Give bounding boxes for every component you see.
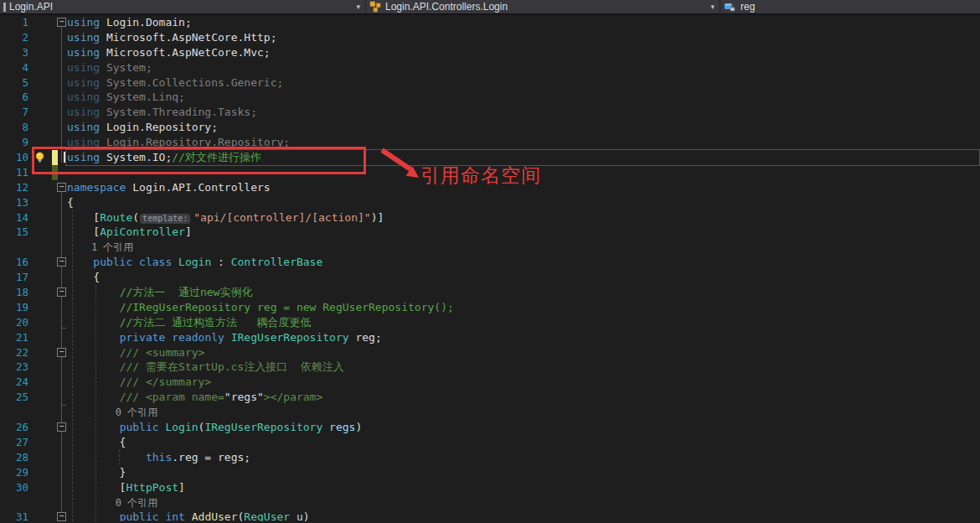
code-line[interactable]: 16− public class Login : ControllerBase: [0, 255, 980, 270]
collapse-icon[interactable]: −: [57, 183, 66, 192]
line-number[interactable]: 16: [0, 255, 28, 270]
codelens-text[interactable]: 0 个引用: [67, 405, 157, 421]
code-token: [67, 331, 120, 344]
collapse-icon[interactable]: −: [57, 348, 66, 357]
codelens-row[interactable]: 1 个引用: [0, 240, 980, 255]
line-number[interactable]: 14: [0, 210, 28, 225]
line-number[interactable]: 8: [0, 120, 28, 135]
code-token: using: [67, 76, 100, 89]
code-line[interactable]: 3using Microsoft.AspNetCore.Mvc;: [0, 45, 980, 60]
line-number[interactable]: 10: [0, 150, 28, 165]
line-number[interactable]: 31: [0, 510, 28, 521]
collapse-icon[interactable]: −: [57, 512, 66, 521]
code-line[interactable]: 14 [Route(template:"api/[controller]/[ac…: [0, 210, 980, 225]
code-line[interactable]: 25 /// <param name="regs"></param>: [0, 390, 980, 405]
chevron-down-icon[interactable]: ▾: [710, 3, 714, 11]
code-line[interactable]: 23 /// 需要在StartUp.cs注入接口 依赖注入: [0, 360, 980, 375]
collapse-icon[interactable]: −: [57, 18, 66, 27]
line-number[interactable]: 2: [0, 30, 28, 45]
codelens-text[interactable]: 1 个引用: [67, 240, 133, 256]
code-text: //IRegUserRepository reg = new RegUserRe…: [67, 300, 454, 315]
line-number[interactable]: 24: [0, 375, 28, 390]
type-dropdown[interactable]: Login.API.Controllers.Login ▾: [366, 0, 720, 13]
code-token: using: [67, 46, 100, 59]
chevron-down-icon[interactable]: ▾: [356, 3, 360, 11]
code-token: System.Threading.Tasks;: [100, 106, 257, 118]
code-editor[interactable]: 1−using Login.Domain;2using Microsoft.As…: [0, 15, 980, 521]
line-number[interactable]: 18: [0, 285, 28, 300]
line-number[interactable]: 6: [0, 90, 28, 105]
codelens-row[interactable]: 0 个引用: [0, 495, 980, 510]
code-line[interactable]: 13{: [0, 195, 980, 210]
outline-line: [61, 27, 62, 163]
code-line[interactable]: 19 //IRegUserRepository reg = new RegUse…: [0, 300, 980, 315]
collapse-icon[interactable]: −: [57, 422, 66, 432]
code-token: public: [93, 256, 132, 268]
code-line[interactable]: 2using Microsoft.AspNetCore.Http;: [0, 30, 980, 45]
line-number[interactable]: 3: [0, 45, 28, 60]
code-line[interactable]: 17 {: [0, 270, 980, 285]
line-number[interactable]: 27: [0, 435, 28, 450]
code-line[interactable]: 22− /// <summary>: [0, 345, 980, 360]
project-dropdown[interactable]: Login.API ▾: [0, 0, 366, 13]
project-icon: [3, 3, 6, 12]
code-token: Microsoft.AspNetCore.Http;: [100, 31, 276, 44]
line-number[interactable]: 5: [0, 75, 28, 91]
code-text: using Login.Repository;: [67, 120, 218, 135]
code-token: Microsoft.AspNetCore.Mvc;: [100, 46, 271, 59]
line-number[interactable]: 19: [0, 300, 28, 315]
code-token: this: [146, 451, 172, 463]
code-rows: 1−using Login.Domain;2using Microsoft.As…: [0, 15, 980, 521]
code-line[interactable]: 20 //方法二 通过构造方法 耦合度更低: [0, 315, 980, 330]
line-number[interactable]: 13: [0, 195, 28, 210]
line-number[interactable]: 22: [0, 345, 28, 360]
code-text: public class Login : ControllerBase: [67, 255, 322, 270]
code-token: [67, 256, 93, 268]
codelens-text[interactable]: 0 个引用: [67, 495, 157, 511]
line-number[interactable]: 29: [0, 465, 28, 480]
code-line[interactable]: 28 this.reg = regs;: [0, 450, 980, 465]
code-line[interactable]: 26− public Login(IRegUserRepository regs…: [0, 420, 980, 435]
line-number[interactable]: 20: [0, 315, 28, 330]
code-line[interactable]: 31− public int AddUser(RegUser u): [0, 510, 980, 521]
code-line[interactable]: 1−using Login.Domain;: [0, 15, 980, 30]
member-dropdown[interactable]: reg: [720, 0, 980, 13]
code-line[interactable]: 7using System.Threading.Tasks;: [0, 105, 980, 120]
code-token: reg;: [349, 331, 382, 344]
member-dropdown-label: reg: [740, 1, 975, 13]
code-token: using: [67, 61, 100, 74]
code-line[interactable]: 21 private readonly IRegUserRepository r…: [0, 330, 980, 345]
line-number[interactable]: 7: [0, 105, 28, 120]
line-number[interactable]: 11: [0, 165, 28, 180]
line-number[interactable]: 28: [0, 450, 28, 465]
line-number[interactable]: 17: [0, 270, 28, 285]
line-number[interactable]: 15: [0, 225, 28, 240]
code-line[interactable]: 27 {: [0, 435, 980, 450]
line-number[interactable]: 9: [0, 135, 28, 150]
code-text: using System;: [67, 60, 152, 75]
code-line[interactable]: 15 [ApiController]: [0, 225, 980, 240]
code-line[interactable]: 5using System.Collections.Generic;: [0, 75, 980, 91]
code-token: ></param>: [264, 391, 322, 403]
codelens-row[interactable]: 0 个引用: [0, 405, 980, 420]
line-number[interactable]: 21: [0, 330, 28, 345]
collapse-icon[interactable]: −: [57, 257, 66, 267]
code-token: int: [165, 510, 184, 521]
line-number[interactable]: 12: [0, 180, 28, 195]
line-number[interactable]: 23: [0, 360, 28, 375]
code-line[interactable]: 8using Login.Repository;: [0, 120, 980, 135]
line-number[interactable]: 26: [0, 420, 28, 435]
code-line[interactable]: 18− //方法一 通过new实例化: [0, 285, 980, 300]
code-line[interactable]: 30 [HttpPost]: [0, 480, 980, 495]
code-line[interactable]: 6using System.Linq;: [0, 90, 980, 105]
code-text: /// <param name="regs"></param>: [67, 390, 322, 405]
line-number[interactable]: 1: [0, 15, 28, 30]
line-number[interactable]: 25: [0, 390, 28, 405]
code-line[interactable]: 4using System;: [0, 60, 980, 75]
code-line[interactable]: 24 /// </summary>: [0, 375, 980, 390]
code-line[interactable]: 29 }: [0, 465, 980, 480]
collapse-icon[interactable]: −: [57, 287, 66, 297]
line-number[interactable]: 30: [0, 480, 28, 495]
code-text: using Login.Domain;: [67, 15, 192, 30]
line-number[interactable]: 4: [0, 60, 28, 75]
